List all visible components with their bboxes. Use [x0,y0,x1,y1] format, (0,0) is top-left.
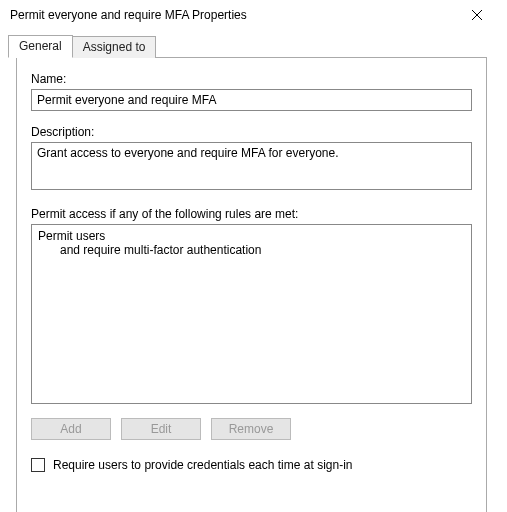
rules-label: Permit access if any of the following ru… [31,207,472,221]
name-label: Name: [31,72,472,86]
rule-buttons: Add Edit Remove [31,418,472,440]
rule-line[interactable]: and require multi-factor authentication [38,243,465,257]
tab-panel-general: Name: Description: Permit access if any … [16,57,487,512]
description-label: Description: [31,125,472,139]
rules-list[interactable]: Permit users and require multi-factor au… [31,224,472,404]
description-input[interactable] [31,142,472,190]
titlebar: Permit everyone and require MFA Properti… [0,0,507,30]
close-icon [472,10,482,20]
window-title: Permit everyone and require MFA Properti… [10,8,247,22]
add-button[interactable]: Add [31,418,111,440]
require-credentials-label: Require users to provide credentials eac… [53,458,352,472]
name-input[interactable] [31,89,472,111]
edit-button[interactable]: Edit [121,418,201,440]
tab-assigned-to[interactable]: Assigned to [73,36,157,58]
require-credentials-row[interactable]: Require users to provide credentials eac… [31,458,472,472]
require-credentials-checkbox[interactable] [31,458,45,472]
remove-button[interactable]: Remove [211,418,291,440]
tabs: General Assigned to [8,35,497,57]
rule-line[interactable]: Permit users [38,229,465,243]
tab-general[interactable]: General [8,35,73,58]
tabs-container: General Assigned to Name: Description: P… [0,30,507,512]
close-button[interactable] [455,1,499,29]
